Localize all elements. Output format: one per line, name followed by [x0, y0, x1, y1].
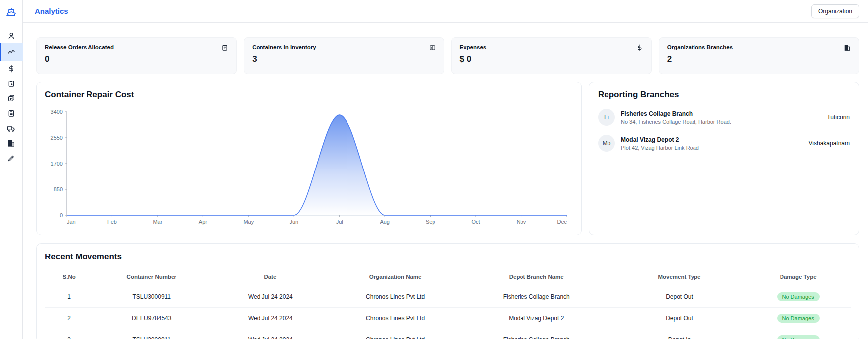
movements-table: S.NoContainer NumberDateOrganization Nam… — [45, 269, 851, 339]
page-header: Analytics Organization — [23, 0, 868, 23]
main-area: Analytics Organization Release Orders Al… — [23, 0, 868, 339]
app-logo[interactable] — [5, 0, 17, 24]
stat-value: $ 0 — [460, 54, 643, 64]
clipboard-clock-icon — [7, 80, 15, 87]
table-cell: Chronos Lines Pvt Ltd — [331, 329, 459, 339]
svg-text:3400: 3400 — [51, 109, 63, 115]
stat-card-containers-inventory: Containers In Inventory 3 — [244, 37, 444, 74]
sidebar-item-schedules[interactable] — [0, 76, 23, 91]
app-root: Analytics Organization Release Orders Al… — [0, 0, 868, 339]
svg-text:Aug: Aug — [380, 219, 390, 225]
clipboard-list-icon — [7, 109, 15, 117]
column-header: Date — [210, 269, 331, 286]
svg-text:Jan: Jan — [67, 219, 76, 225]
svg-text:Dec: Dec — [557, 219, 567, 225]
stat-card-expenses: Expenses $ 0 — [451, 37, 652, 74]
column-header: Organization Name — [331, 269, 459, 286]
trend-chart-icon — [7, 48, 15, 56]
stat-label: Organizations Branches — [667, 44, 851, 50]
svg-text:Jul: Jul — [336, 219, 343, 225]
stat-label: Release Orders Allocated — [45, 44, 228, 50]
branches-list: FiFisheries Collage BranchNo 34, Fisheri… — [598, 109, 850, 152]
sidebar-item-expenses[interactable] — [0, 61, 23, 76]
building-icon — [844, 44, 851, 53]
table-cell: DEFU9784543 — [93, 308, 210, 329]
branch-address: Plot 42, Vizag Harbor Link Road — [621, 145, 809, 151]
branch-info: Modal Vizag Depot 2Plot 42, Vizag Harbor… — [621, 136, 809, 151]
branch-address: No 34, Fisheries Collage Road, Harbor Ro… — [621, 119, 827, 125]
stat-card-organization-branches: Organizations Branches 2 — [659, 37, 859, 74]
sidebar-item-transport[interactable] — [0, 121, 23, 136]
table-cell: Fisheries Collage Branch — [460, 286, 613, 308]
svg-text:Nov: Nov — [517, 219, 526, 225]
branch-name: Modal Vizag Depot 2 — [621, 136, 809, 143]
sidebar-item-edit[interactable] — [0, 151, 23, 166]
stat-value: 0 — [45, 54, 228, 64]
sidebar-item-profile[interactable] — [0, 28, 23, 43]
reporting-branches-card: Reporting Branches FiFisheries Collage B… — [589, 82, 859, 235]
sidebar — [0, 0, 23, 339]
movements-table-header: S.NoContainer NumberDateOrganization Nam… — [45, 269, 851, 286]
stat-card-release-orders: Release Orders Allocated 0 — [36, 37, 237, 74]
table-cell: Depot In — [613, 329, 746, 339]
table-cell: 2 — [45, 308, 93, 329]
branch-name: Fisheries Collage Branch — [621, 110, 827, 117]
truck-icon — [7, 124, 15, 133]
column-header: Container Number — [93, 269, 210, 286]
svg-text:1700: 1700 — [51, 161, 63, 167]
column-header: Depot Branch Name — [460, 269, 613, 286]
damage-type-cell: No Damages — [746, 308, 851, 329]
branch-list-item[interactable]: FiFisheries Collage BranchNo 34, Fisheri… — [598, 109, 850, 126]
svg-text:Feb: Feb — [107, 219, 117, 225]
sidebar-item-branches[interactable] — [0, 136, 23, 151]
dollar-icon — [7, 65, 15, 73]
table-row[interactable]: 1TSLU3000911Wed Jul 24 2024Chronos Lines… — [45, 286, 851, 308]
stats-row: Release Orders Allocated 0 Containers In… — [36, 37, 859, 74]
sidebar-item-orders[interactable] — [0, 106, 23, 121]
svg-text:850: 850 — [54, 186, 63, 192]
table-cell: Depot Out — [613, 308, 746, 329]
user-icon — [7, 32, 15, 40]
table-cell: Chronos Lines Pvt Ltd — [331, 308, 459, 329]
column-header: Damage Type — [746, 269, 851, 286]
column-header: Movement Type — [613, 269, 746, 286]
organization-button[interactable]: Organization — [811, 4, 859, 18]
damage-type-cell: No Damages — [746, 329, 851, 339]
svg-text:0: 0 — [60, 212, 63, 218]
table-row[interactable]: 3TSLU3000911Wed Jul 24 2024Chronos Lines… — [45, 329, 851, 339]
svg-text:Oct: Oct — [472, 219, 480, 225]
svg-text:Mar: Mar — [153, 219, 162, 225]
chart-title: Container Repair Cost — [45, 90, 574, 100]
area-chart-svg: 0850170025503400JanFebMarAprMayJunJulAug… — [45, 105, 572, 229]
sidebar-item-analytics[interactable] — [0, 43, 23, 61]
damage-status-badge: No Damages — [777, 292, 820, 301]
sidebar-divider — [5, 25, 17, 25]
damage-status-badge: No Damages — [777, 314, 820, 323]
table-cell: 1 — [45, 286, 93, 308]
recent-movements-card: Recent Movements S.NoContainer NumberDat… — [36, 243, 859, 339]
table-cell: Modal Vizag Depot 2 — [460, 308, 613, 329]
branch-avatar: Mo — [598, 135, 615, 152]
branch-list-item[interactable]: MoModal Vizag Depot 2Plot 42, Vizag Harb… — [598, 135, 850, 152]
pencil-icon — [7, 155, 15, 162]
reporting-branches-title: Reporting Branches — [598, 90, 850, 100]
table-row[interactable]: 2DEFU9784543Wed Jul 24 2024Chronos Lines… — [45, 308, 851, 329]
repair-cost-chart: 0850170025503400JanFebMarAprMayJunJulAug… — [45, 105, 574, 231]
svg-text:May: May — [243, 219, 254, 225]
ship-icon — [5, 11, 17, 19]
sidebar-item-documents[interactable] — [0, 91, 23, 106]
table-cell: Fisheries Collage Branch — [460, 329, 613, 339]
clipboard-icon — [221, 44, 228, 53]
branch-info: Fisheries Collage BranchNo 34, Fisheries… — [621, 110, 827, 125]
building-icon — [7, 139, 15, 147]
stat-value: 2 — [667, 54, 851, 64]
table-cell: Wed Jul 24 2024 — [210, 286, 331, 308]
svg-text:Sep: Sep — [426, 219, 435, 225]
table-cell: Chronos Lines Pvt Ltd — [331, 286, 459, 308]
middle-row: Container Repair Cost 0850170025503400Ja… — [36, 82, 859, 235]
container-icon — [429, 44, 436, 53]
stat-label: Containers In Inventory — [252, 44, 435, 50]
page-content: Release Orders Allocated 0 Containers In… — [23, 23, 868, 339]
table-cell: Depot Out — [613, 286, 746, 308]
svg-text:Jun: Jun — [289, 219, 298, 225]
